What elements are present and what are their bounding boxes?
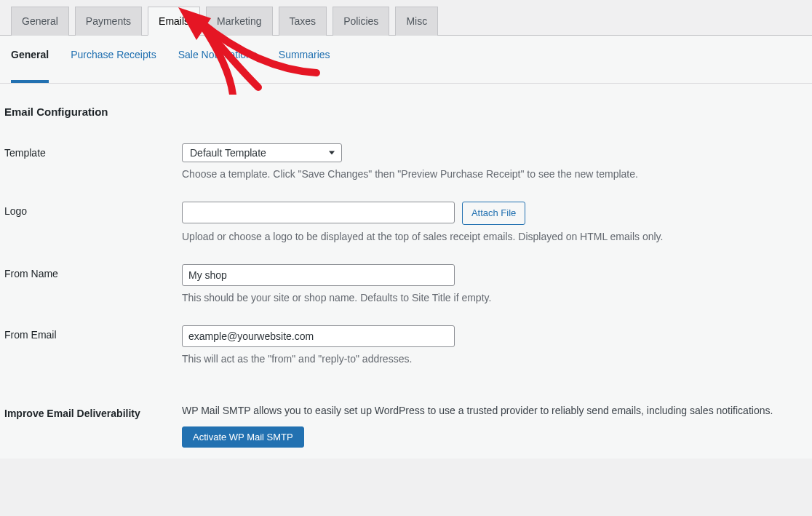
from-email-description: This will act as the "from" and "reply-t… bbox=[182, 353, 805, 365]
subtab-general[interactable]: General bbox=[11, 49, 49, 83]
label-from-email: From Email bbox=[0, 314, 175, 376]
tab-marketing[interactable]: Marketing bbox=[206, 7, 272, 36]
tab-payments[interactable]: Payments bbox=[75, 7, 142, 36]
main-tabs: General Payments Emails Marketing Taxes … bbox=[0, 0, 812, 36]
tab-general[interactable]: General bbox=[11, 7, 69, 36]
row-deliverability: Improve Email Deliverability WP Mail SMT… bbox=[0, 376, 812, 459]
from-email-input[interactable] bbox=[182, 325, 455, 347]
label-template: Template bbox=[0, 132, 175, 191]
tab-taxes[interactable]: Taxes bbox=[279, 7, 327, 36]
row-logo: Logo Attach File Upload or choose a logo… bbox=[0, 191, 812, 253]
label-deliverability: Improve Email Deliverability bbox=[0, 376, 175, 459]
activate-smtp-button[interactable]: Activate WP Mail SMTP bbox=[182, 426, 304, 448]
attach-file-button[interactable]: Attach File bbox=[462, 202, 525, 225]
content: General Purchase Receipts Sale Notificat… bbox=[0, 36, 812, 459]
tab-emails[interactable]: Emails bbox=[148, 7, 200, 36]
settings-form: Template Default Template Choose a templ… bbox=[0, 132, 812, 459]
logo-description: Upload or choose a logo to be displayed … bbox=[182, 231, 805, 242]
template-description: Choose a template. Click "Save Changes" … bbox=[182, 168, 805, 180]
subtab-sale-notifications[interactable]: Sale Notifications bbox=[178, 49, 257, 71]
deliverability-description: WP Mail SMTP allows you to easily set up… bbox=[182, 405, 773, 416]
row-from-email: From Email This will act as the "from" a… bbox=[0, 314, 812, 376]
subtab-purchase-receipts[interactable]: Purchase Receipts bbox=[71, 49, 156, 71]
section-title: Email Configuration bbox=[0, 106, 812, 132]
row-from-name: From Name This should be your site or sh… bbox=[0, 253, 812, 314]
label-from-name: From Name bbox=[0, 253, 175, 314]
logo-input[interactable] bbox=[182, 202, 455, 223]
sub-tabs: General Purchase Receipts Sale Notificat… bbox=[0, 36, 812, 84]
from-name-description: This should be your site or shop name. D… bbox=[182, 292, 805, 303]
tab-policies[interactable]: Policies bbox=[333, 7, 389, 36]
tab-misc[interactable]: Misc bbox=[395, 7, 438, 36]
template-select[interactable]: Default Template bbox=[182, 143, 342, 162]
from-name-input[interactable] bbox=[182, 264, 455, 286]
label-logo: Logo bbox=[0, 191, 175, 253]
row-template: Template Default Template Choose a templ… bbox=[0, 132, 812, 191]
subtab-summaries[interactable]: Summaries bbox=[279, 49, 330, 71]
